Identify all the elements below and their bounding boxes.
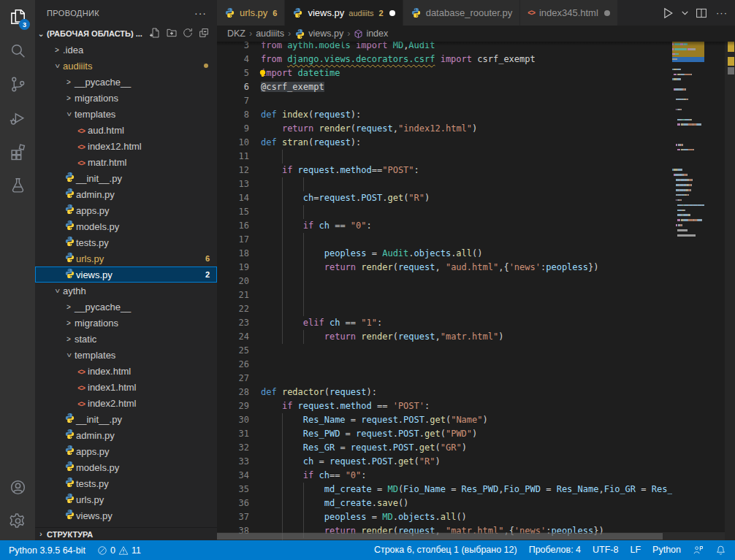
vertical-scrollbar[interactable] [725,42,735,540]
breadcrumb-item-views-py[interactable]: views.py [294,28,343,39]
tree-item-aud-html[interactable]: <>aud.html [35,122,217,138]
python-file-icon [63,445,76,458]
status-indentation[interactable]: Пробелов: 4 [523,545,587,555]
overview-ruler-mark [728,42,734,52]
tree-item-static[interactable]: >static [35,331,217,347]
tree-item-urls-py[interactable]: urls.py [35,491,217,507]
tree-item-label: __pycache__ [75,77,131,88]
activity-settings-icon[interactable] [0,504,35,537]
tree-item-aythh[interactable]: >aythh [35,283,217,299]
line-number: 7 [217,94,249,108]
new-file-icon[interactable] [150,27,161,40]
tree-item--pycache-[interactable]: >__pycache__ [35,299,217,315]
status-problems[interactable]: 011 [91,545,147,556]
code-line-15: 15 [217,205,672,219]
chevron-right-icon: > [63,335,75,343]
tree-item-apps-py[interactable]: apps.py [35,443,217,459]
status-cursor-position[interactable]: Строка 6, столбец 1 (выбрано 12) [368,545,523,555]
tree-item-index-html[interactable]: <>index.html [35,363,217,379]
tree-item-audiiits[interactable]: >audiiits [35,58,217,74]
tree-item-admin-py[interactable]: admin.py [35,186,217,202]
activity-testing-icon[interactable] [0,168,35,202]
html-file-icon: <> [75,157,88,168]
activity-account-icon[interactable] [0,470,35,504]
tree-item-admin-py[interactable]: admin.py [35,427,217,443]
git-changes-badge: 2 [205,270,210,279]
activity-search-icon[interactable] [0,34,35,67]
split-editor-icon[interactable] [693,4,710,22]
tree-item-matr-html[interactable]: <>matr.html [35,154,217,170]
tab-views-py[interactable]: views.pyaudiiits2 [285,0,403,26]
activity-run-debug-icon[interactable] [0,101,35,134]
activity-source-control-icon[interactable] [0,67,35,101]
outline-section-header[interactable]: › СТРУКТУРА [35,527,217,540]
tree-item-label: models.py [76,462,119,473]
tree-item--pycache-[interactable]: >__pycache__ [35,74,217,90]
refresh-icon[interactable] [182,27,194,40]
status-notifications[interactable] [709,545,732,556]
tree-item-tests-py[interactable]: tests.py [35,475,217,491]
editor-group: urls.py6views.pyaudiiits2database_rooute… [217,0,735,540]
horizontal-scrollbar[interactable] [217,532,725,540]
lightbulb-icon[interactable] [258,69,267,83]
line-number: 10 [217,136,249,150]
status-feedback[interactable] [687,545,709,556]
tree-item-models-py[interactable]: models.py [35,218,217,234]
tab-database-roouter-py[interactable]: database_roouter.py [403,0,521,26]
tree-item-label: index.html [88,366,131,377]
status-language-mode[interactable]: Python [647,545,687,555]
dirty-indicator-icon[interactable] [389,10,395,16]
tree-item-templates[interactable]: >templates [35,106,217,122]
workspace-actions [150,27,210,40]
tree-item-index12-html[interactable]: <>index12.html [35,138,217,154]
line-number: 5 [217,66,249,80]
indent-guide [282,288,283,302]
code-line-3: 3from aythh.models import MD,Audit [217,42,672,53]
minimap[interactable] [672,42,704,540]
python-file-icon [63,236,76,249]
indent-guide [282,150,283,164]
breadcrumb-item-index[interactable]: index [354,28,388,39]
status-eol[interactable]: LF [624,545,647,555]
tree-item-migrations[interactable]: >migrations [35,315,217,331]
explorer-more-actions-icon[interactable]: ··· [194,7,207,19]
tree-item-urls-py[interactable]: urls.py6 [35,250,217,266]
activity-explorer-icon[interactable]: 3 [0,0,35,34]
editor-surface[interactable]: 3from aythh.models import MD,Audit4from … [217,42,735,540]
breadcrumb-item-audiiits[interactable]: audiiits [256,28,284,39]
tree-item-tests-py[interactable]: tests.py [35,234,217,250]
chevron-right-icon: > [63,303,75,311]
tree-item--init-py[interactable]: __init__.py [35,170,217,186]
tab-index345-html[interactable]: <>index345.html [520,0,618,26]
breadcrumb-item-dkz[interactable]: DKZ [227,28,245,39]
new-folder-icon[interactable] [166,27,178,40]
run-dropdown-icon[interactable] [679,4,690,22]
collapse-all-icon[interactable] [198,27,210,40]
outline-label: СТРУКТУРА [47,530,93,539]
tab-urls-py[interactable]: urls.py6 [217,0,285,26]
workspace-section-header[interactable]: ⌄ (РАБОЧАЯ ОБЛАСТЬ) ... [35,26,217,42]
breadcrumb-label: index [366,28,388,39]
python-file-icon [63,509,76,522]
tree-item-models-py[interactable]: models.py [35,459,217,475]
tree-item-views-py[interactable]: views.py [35,507,217,523]
tree-item-migrations[interactable]: >migrations [35,90,217,106]
run-python-file-icon[interactable] [659,4,677,22]
tree-item-index2-html[interactable]: <>index2.html [35,395,217,411]
tree-item-label: matr.html [88,157,126,168]
tree-item-apps-py[interactable]: apps.py [35,202,217,218]
tree-item-label: aythh [63,285,86,296]
tree-item-templates[interactable]: >templates [35,347,217,363]
dirty-indicator-icon[interactable] [604,10,610,16]
more-actions-button[interactable]: ··· [713,4,731,22]
activity-extensions-icon[interactable] [0,134,35,168]
tree-item--idea[interactable]: >.idea [35,42,217,58]
tree-item-index1-html[interactable]: <>index1.html [35,379,217,395]
status-encoding[interactable]: UTF-8 [587,545,624,555]
minimap-row [672,167,704,172]
tree-item--init-py[interactable]: __init__.py [35,411,217,427]
horizontal-scrollbar-thumb[interactable] [217,533,663,540]
status-python-interpreter[interactable]: Python 3.9.5 64-bit [3,545,91,556]
tree-item-views-py[interactable]: views.py2 [35,266,217,283]
tree-item-label: __pycache__ [75,302,131,312]
